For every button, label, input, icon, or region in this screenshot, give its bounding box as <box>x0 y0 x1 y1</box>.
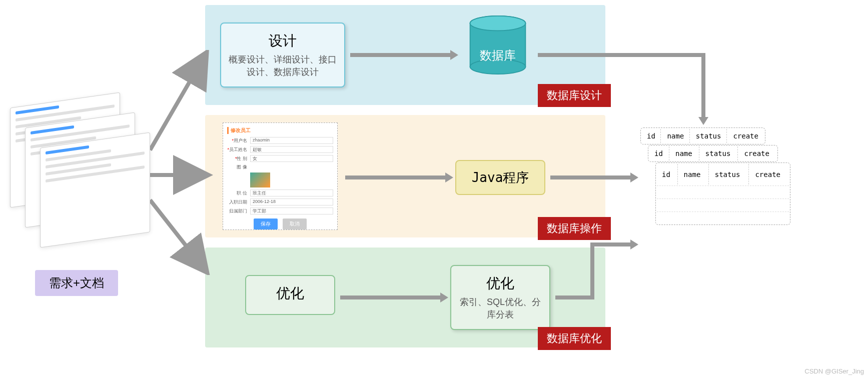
form-mockup: 修改员工 *用户名zhaomin *员工姓名赵敏 *性 别女 图 像 职 位班主… <box>223 122 338 230</box>
java-box: Java程序 <box>455 160 545 195</box>
arrow-opt-tables-v <box>590 242 594 300</box>
database-label: 数据库 <box>465 48 530 64</box>
design-subtitle: 概要设计、详细设计、接口设计、数据库设计 <box>227 54 338 78</box>
svg-point-3 <box>470 16 526 31</box>
arrow-left-fanout <box>150 50 220 275</box>
badge-db-design: 数据库设计 <box>538 84 611 107</box>
optimize2-subtitle: 索引、SQL优化、分库分表 <box>457 296 543 321</box>
optimize2-box: 优化 索引、SQL优化、分库分表 <box>450 265 550 330</box>
optimize2-title: 优化 <box>486 274 514 293</box>
svg-line-6 <box>150 200 205 270</box>
requirements-label: 需求+文档 <box>35 270 118 296</box>
optimize1-box: 优化 <box>245 275 335 315</box>
arrow-head-icon <box>630 240 638 250</box>
svg-line-4 <box>150 55 205 150</box>
design-box: 设计 概要设计、详细设计、接口设计、数据库设计 <box>220 22 345 88</box>
database-icon <box>465 15 530 75</box>
form-save-btn: 保存 <box>254 218 278 230</box>
java-label: Java程序 <box>472 169 529 186</box>
document-mockups <box>10 100 150 260</box>
arrow-head-icon <box>440 292 448 302</box>
arrow-opt1-opt2 <box>340 296 440 300</box>
form-image-preview <box>250 172 270 188</box>
arrow-form-java <box>345 176 445 180</box>
table-1: idnamestatuscreate <box>640 128 765 144</box>
table-3: idnamestatuscreate <box>655 162 790 225</box>
arrow-head-icon <box>698 117 708 125</box>
design-title: 设计 <box>269 32 297 50</box>
arrow-opt-tables-h <box>555 296 593 300</box>
arrow-java-tables <box>550 176 630 180</box>
arrow-head-icon <box>450 50 458 60</box>
arrow-head-icon <box>630 172 638 182</box>
table-2: idnamestatuscreate <box>648 145 778 162</box>
badge-db-operation: 数据库操作 <box>538 217 611 240</box>
form-title: 修改员工 <box>227 127 333 134</box>
arrow-design-db <box>350 53 450 57</box>
arrow-db-tables-v <box>701 53 705 118</box>
arrow-head-icon <box>445 172 453 182</box>
watermark: CSDN @GISer_Jing <box>804 368 864 375</box>
optimize1-title: 优化 <box>276 284 304 303</box>
arrow-db-tables-h <box>538 53 705 57</box>
arrow-opt-tables-h2 <box>590 242 630 246</box>
form-cancel-btn: 取消 <box>283 218 307 230</box>
badge-db-optimize: 数据库优化 <box>538 327 611 350</box>
